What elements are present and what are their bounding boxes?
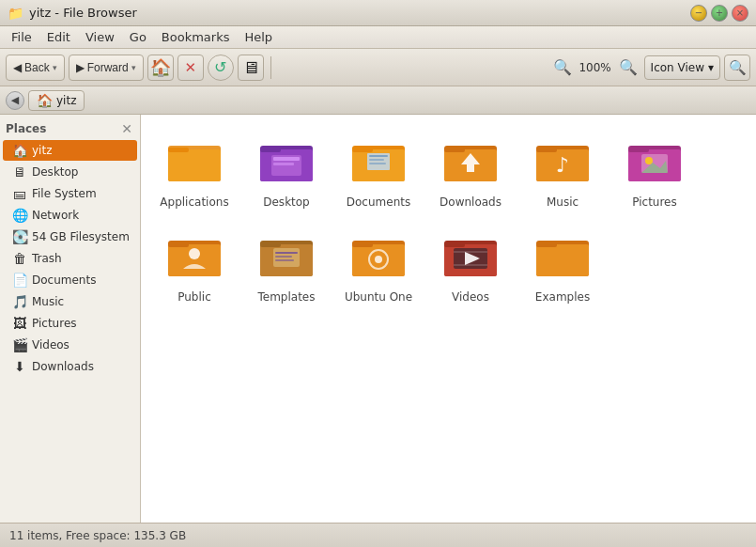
menu-view[interactable]: View [78,28,122,46]
breadcrumb-home[interactable]: 🏠 yitz [28,90,85,111]
location-back-button[interactable]: ◀ [6,91,24,110]
close-button[interactable]: × [732,5,748,22]
file-item-public[interactable]: Public [152,225,237,312]
file-label-templates: Templates [257,290,315,304]
view-mode-select[interactable]: Icon View ▾ [644,55,720,80]
file-label-music: Music [547,195,579,209]
file-item-examples[interactable]: Examples [520,225,605,312]
sidebar-item-network[interactable]: 🌐Network [3,205,137,226]
forward-button[interactable]: ▶ Forward ▾ [69,55,144,81]
file-item-templates[interactable]: Templates [244,225,329,312]
file-label-public: Public [177,290,211,304]
back-button[interactable]: ◀ Back ▾ [6,55,65,81]
file-item-applications[interactable]: Applications [152,130,237,217]
sidebar-yitz-icon: 🏠 [12,143,27,158]
computer-button[interactable]: 🖥 [238,55,264,81]
sidebar-item-filesystem[interactable]: 🖴File System [3,183,137,204]
locationbar: ◀ 🏠 yitz [0,86,756,115]
file-item-desktop[interactable]: Desktop [244,130,329,217]
sidebar-pictures-icon: 🖼 [12,316,27,331]
folder-icon-videos [444,233,497,287]
folder-icon-pictures [628,138,681,192]
file-item-videos[interactable]: Videos [428,225,513,312]
breadcrumb-icon: 🏠 [37,93,53,108]
file-item-ubuntuone[interactable]: Ubuntu One [336,225,421,312]
svg-rect-16 [369,163,386,164]
svg-rect-44 [352,242,373,247]
sidebar-item-music[interactable]: 🎵Music [3,291,137,312]
menu-file[interactable]: File [4,28,39,46]
folder-icon-templates [260,233,313,287]
titlebar: 📁 yitz - File Browser −+× [0,0,756,26]
min-button[interactable]: − [690,5,707,22]
sidebar-network-label: Network [32,209,79,222]
sidebar-item-yitz[interactable]: 🏠yitz [3,140,137,161]
file-label-desktop: Desktop [263,195,310,209]
menu-edit[interactable]: Edit [39,28,78,46]
main-content: Places ✕ 🏠yitz🖥Desktop🖴File System🌐Netwo… [0,115,756,523]
sidebar-filesystem54-icon: 💽 [12,229,27,244]
svg-rect-2 [168,149,221,181]
max-button[interactable]: + [711,5,728,22]
statusbar: 11 items, Free space: 135.3 GB [0,523,756,547]
file-item-music[interactable]: ♪ Music [520,130,605,217]
sidebar-item-trash[interactable]: 🗑Trash [3,248,137,269]
menu-bookmarks[interactable]: Bookmarks [154,28,238,46]
sidebar-filesystem-icon: 🖴 [12,186,27,201]
svg-rect-37 [260,242,281,247]
file-item-downloads[interactable]: Downloads [428,130,513,217]
status-text: 11 items, Free space: 135.3 GB [9,529,186,542]
menu-go[interactable]: Go [122,28,154,46]
svg-rect-14 [369,155,388,157]
sidebar-header-label: Places [6,122,46,135]
sidebar-yitz-label: yitz [32,144,52,157]
sidebar-downloads-icon: ⬇ [12,359,27,374]
sidebar-filesystem-label: File System [32,187,97,200]
svg-rect-15 [369,159,384,161]
svg-rect-40 [275,256,292,258]
sidebar-item-pictures[interactable]: 🖼Pictures [3,313,137,334]
svg-rect-56 [536,242,557,247]
sidebar-documents-icon: 📄 [12,273,27,288]
sidebar-pictures-label: Pictures [32,317,77,330]
sidebar-item-downloads[interactable]: ⬇Downloads [3,356,137,377]
forward-icon: ▶ [76,61,85,74]
file-label-pictures: Pictures [632,195,677,209]
folder-icon-desktop [260,138,313,192]
stop-button[interactable]: ✕ [177,55,204,81]
zoom-in-button[interactable]: 🔍 [616,58,640,76]
svg-rect-49 [444,242,465,247]
reload-button[interactable]: ↺ [208,55,234,81]
sidebar-videos-label: Videos [32,338,69,352]
sidebar-item-videos[interactable]: 🎬Videos [3,335,137,355]
titlebar-title: yitz - File Browser [29,6,137,20]
sidebar-item-documents[interactable]: 📄Documents [3,270,137,290]
file-item-documents[interactable]: Documents [336,130,421,217]
folder-icon-music: ♪ [536,138,589,192]
sidebar-header: Places ✕ [0,118,140,139]
sidebar-desktop-label: Desktop [32,165,79,179]
sidebar: Places ✕ 🏠yitz🖥Desktop🖴File System🌐Netwo… [0,115,141,523]
sidebar-desktop-icon: 🖥 [12,164,27,180]
forward-label: Forward [87,61,129,74]
file-label-downloads: Downloads [440,195,501,209]
file-area: Applications Desktop Documents [141,115,756,523]
search-button[interactable]: 🔍 [724,55,750,81]
svg-point-34 [189,248,200,259]
sidebar-items: 🏠yitz🖥Desktop🖴File System🌐Network💽54 GB … [0,140,140,377]
svg-rect-8 [273,157,300,161]
folder-icon-documents [352,138,405,192]
menu-help[interactable]: Help [237,28,280,46]
home-button[interactable]: 🏠 [147,55,174,81]
svg-rect-6 [260,148,281,152]
zoom-out-button[interactable]: 🔍 [550,58,575,76]
folder-icon-applications [168,138,221,192]
sidebar-item-desktop[interactable]: 🖥Desktop [3,162,137,182]
svg-point-29 [645,157,653,164]
svg-rect-19 [444,148,465,152]
sidebar-close-button[interactable]: ✕ [121,122,132,135]
sidebar-item-filesystem54[interactable]: 💽54 GB Filesystem [3,227,137,247]
file-item-pictures[interactable]: Pictures [612,130,697,217]
toolbar: ◀ Back ▾ ▶ Forward ▾ 🏠 ✕ ↺ 🖥 🔍 100% 🔍 Ic… [0,49,756,86]
toolbar-right: 🔍 100% 🔍 Icon View ▾ 🔍 [550,55,750,81]
